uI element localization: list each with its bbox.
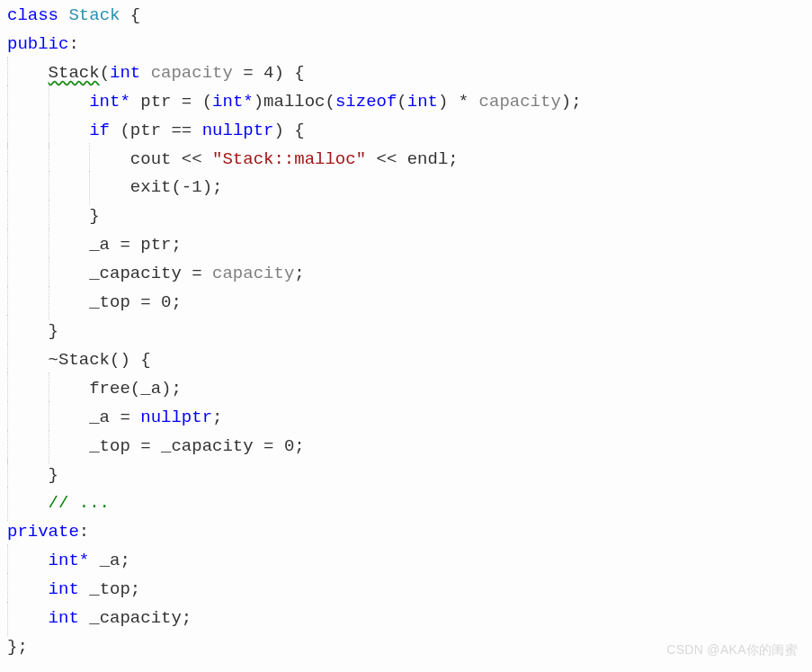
code-line: _top = _capacity = 0; bbox=[7, 433, 805, 461]
string-literal: "Stack::malloc" bbox=[212, 149, 366, 169]
equals: = bbox=[110, 408, 140, 427]
brace: { bbox=[294, 63, 304, 83]
member-capacity: _capacity bbox=[89, 264, 182, 283]
lparen: ( bbox=[171, 177, 181, 197]
type-int: int bbox=[110, 63, 140, 83]
rparen: ) bbox=[274, 63, 284, 83]
code-line: } bbox=[7, 202, 805, 231]
type-intptr: int* bbox=[49, 551, 90, 570]
code-line: ~Stack() { bbox=[7, 346, 805, 375]
lshift: << bbox=[366, 149, 407, 169]
code-line: int* _a; bbox=[7, 547, 805, 576]
code-line: _a = ptr; bbox=[7, 231, 805, 260]
code-line: // ... bbox=[7, 489, 805, 518]
member-capacity: _capacity bbox=[161, 436, 254, 456]
semi: ; bbox=[294, 436, 304, 456]
semi: ; bbox=[182, 608, 192, 628]
equals: = bbox=[233, 63, 263, 83]
lparen: ( bbox=[110, 350, 120, 370]
type-name: Stack bbox=[68, 5, 120, 25]
type-int: int bbox=[49, 608, 79, 628]
code-line: int _capacity; bbox=[7, 605, 805, 633]
brace: { bbox=[140, 350, 150, 370]
var-ptr: ptr bbox=[140, 235, 171, 255]
equals: = bbox=[171, 92, 201, 112]
code-line: _a = nullptr; bbox=[7, 404, 805, 433]
colon: : bbox=[79, 522, 89, 542]
rparen: ) bbox=[274, 121, 284, 140]
param-capacity: capacity bbox=[212, 264, 294, 283]
literal: 0 bbox=[161, 292, 171, 312]
code-line: public: bbox=[7, 31, 805, 59]
member-capacity: _capacity bbox=[89, 608, 182, 628]
code-block: class Stack { public: Stack(int capacity… bbox=[7, 2, 805, 662]
member-a: _a bbox=[89, 235, 110, 255]
code-line: private: bbox=[7, 518, 805, 547]
equals: = bbox=[182, 264, 212, 283]
code-line: } bbox=[7, 318, 805, 346]
cout: cout bbox=[130, 149, 172, 169]
func-exit: exit bbox=[130, 177, 172, 197]
var-ptr: ptr bbox=[140, 92, 171, 112]
nullptr: nullptr bbox=[140, 408, 212, 427]
equals: = bbox=[130, 292, 161, 312]
brace: { bbox=[130, 5, 140, 25]
constructor-name: Stack bbox=[49, 63, 100, 83]
code-line: int _top; bbox=[7, 576, 805, 605]
type-intptr: int* bbox=[89, 92, 130, 112]
type-intptr: int* bbox=[212, 92, 254, 112]
equals: = bbox=[110, 235, 140, 255]
func-free: free bbox=[89, 379, 130, 399]
lparen: ( bbox=[120, 121, 129, 140]
lparen: ( bbox=[100, 63, 110, 83]
semi: ; bbox=[130, 579, 140, 599]
lparen: ( bbox=[130, 379, 140, 399]
brace: } bbox=[49, 321, 58, 341]
semi: ; bbox=[212, 408, 222, 427]
code-line: int* ptr = (int*)malloc(sizeof(int) * ca… bbox=[7, 88, 805, 117]
literal: 0 bbox=[284, 436, 294, 456]
member-top: _top bbox=[89, 579, 130, 599]
sizeof: sizeof bbox=[335, 92, 397, 112]
semi: ; bbox=[571, 92, 581, 112]
semi: ; bbox=[212, 177, 222, 197]
member-top: _top bbox=[89, 436, 130, 456]
code-line: class Stack { bbox=[7, 2, 805, 31]
literal: -1 bbox=[182, 177, 202, 197]
nullptr: nullptr bbox=[202, 121, 274, 140]
semi: ; bbox=[448, 149, 458, 169]
code-line: _capacity = capacity; bbox=[7, 260, 805, 289]
endl: endl bbox=[407, 149, 449, 169]
type-int: int bbox=[49, 579, 79, 599]
semi: ; bbox=[120, 551, 129, 570]
code-line: Stack(int capacity = 4) { bbox=[7, 59, 805, 88]
rparen: ) bbox=[254, 92, 263, 112]
comment: // ... bbox=[49, 493, 110, 513]
keyword-if: if bbox=[89, 121, 110, 140]
func-malloc: malloc bbox=[263, 92, 325, 112]
brace: { bbox=[294, 121, 304, 140]
member-a: _a bbox=[100, 551, 120, 570]
lshift: << bbox=[171, 149, 212, 169]
code-line: if (ptr == nullptr) { bbox=[7, 117, 805, 146]
code-line: exit(-1); bbox=[7, 174, 805, 202]
semi: ; bbox=[294, 264, 304, 283]
rparen: ) bbox=[202, 177, 212, 197]
rparen: ) bbox=[561, 92, 571, 112]
brace: } bbox=[49, 465, 58, 485]
param-capacity: capacity bbox=[479, 92, 561, 112]
eqeq: == bbox=[161, 121, 202, 140]
lparen: ( bbox=[326, 92, 335, 112]
semi: ; bbox=[171, 292, 181, 312]
star: * bbox=[448, 92, 478, 112]
lparen: ( bbox=[397, 92, 406, 112]
code-line: cout << "Stack::malloc" << endl; bbox=[7, 146, 805, 175]
equals: = bbox=[130, 436, 161, 456]
watermark: CSDN @AKA你的闺蜜 bbox=[666, 640, 798, 661]
member-a: _a bbox=[140, 379, 161, 399]
member-top: _top bbox=[89, 292, 130, 312]
rparen: ) bbox=[120, 350, 129, 370]
rparen: ) bbox=[438, 92, 448, 112]
lparen: ( bbox=[202, 92, 212, 112]
type-int: int bbox=[407, 92, 438, 112]
